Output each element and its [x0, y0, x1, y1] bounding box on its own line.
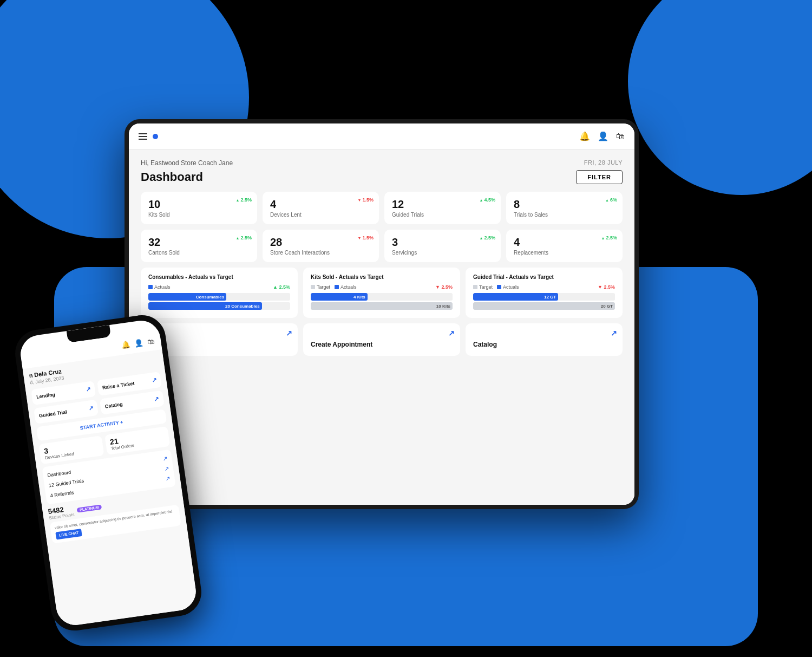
bar-fill-actuals: 4 Kits [311, 293, 368, 301]
stat-change: 4.5% [480, 197, 495, 203]
bottom-card-catalog[interactable]: ↗ Catalog [466, 323, 623, 356]
stat-label: Kits Sold [148, 212, 250, 218]
filter-button[interactable]: FILTER [576, 170, 623, 184]
bar-bg: 4 Kits [311, 293, 453, 301]
tablet-screen: 🔔 👤 🛍 Hi, Eastwood Store Coach Jane FRI,… [129, 123, 634, 505]
bar-fill-target: 20 GT [473, 302, 615, 310]
stat-value: 4 [270, 198, 371, 211]
bottom-card-create-appointment[interactable]: ↗ Create Appointment [303, 323, 460, 356]
link-arrow-icon: ↗ [611, 329, 617, 337]
chart-consumables: Consumables - Actuals vs Target Actuals … [141, 268, 298, 318]
legend-target: Target [311, 284, 330, 290]
dashboard-title: Dashboard [141, 170, 203, 184]
bar-row-2: 20 Consumables [148, 302, 290, 310]
phone-bag-icon[interactable]: 🛍 [147, 336, 155, 346]
legend-actuals: Actuals [335, 284, 357, 290]
tablet-topbar: 🔔 👤 🛍 [129, 123, 634, 149]
tablet-topbar-right: 🔔 👤 🛍 [579, 131, 625, 141]
chart-title: Consumables - Actuals vs Target [148, 274, 290, 280]
bar-bg: Consumables [148, 293, 290, 301]
stat-label: Replacements [514, 250, 615, 256]
phone-user-icon[interactable]: 👤 [134, 338, 143, 347]
create-appointment-label: Create Appointment [311, 341, 372, 348]
bg-circle-right [628, 0, 812, 195]
stats-grid-row2: 32 Cartons Sold 2.5% 28 Store Coach Inte… [141, 230, 623, 262]
bar-fill-actuals: 12 GT [473, 293, 558, 301]
stat-value: 10 [148, 198, 250, 211]
date-text: FRI, 28 JULY [584, 159, 623, 166]
stat-card-guided-trials: 12 Guided Trials 4.5% [384, 192, 501, 224]
chart-change: ▼ 2.5% [435, 284, 453, 290]
stat-value: 4 [514, 236, 615, 249]
chart-kits-sold: Kits Sold - Actuals vs Target Target Act… [303, 268, 460, 318]
bell-icon[interactable]: 🔔 [579, 131, 590, 141]
stat-value: 3 [392, 236, 493, 249]
user-icon[interactable]: 👤 [598, 131, 608, 141]
bar-bg-2: 20 Consumables [148, 302, 290, 310]
bar-row: Consumables [148, 293, 290, 301]
bottom-row: ↗ ↗ Create Appointment ↗ Catalog [141, 323, 623, 356]
bar-container: Consumables 20 Consumables [148, 293, 290, 310]
stat-card-servicings: 3 Servicings 2.5% [384, 230, 501, 262]
tablet-topbar-left [139, 133, 158, 140]
arrow-icon: ↗ [151, 376, 157, 384]
legend-dot-blue [335, 285, 339, 289]
live-chat-button[interactable]: LIVE CHAT [55, 529, 82, 539]
bar-container: 12 GT 20 GT [473, 293, 615, 310]
stat-change: 1.5% [358, 235, 374, 240]
chart-legend: Actuals ▲ 2.5% [148, 284, 290, 290]
stat-card-replacements: 4 Replacements 2.5% [506, 230, 623, 262]
link-arrow-icon: ↗ [448, 329, 455, 337]
stat-change: 2.5% [236, 197, 252, 203]
stat-label: Servicings [392, 250, 493, 256]
legend-dot-gray [311, 285, 315, 289]
stat-change: 2.5% [480, 235, 495, 240]
stat-change: 2.5% [236, 235, 252, 240]
arrow-icon: ↗ [162, 455, 168, 463]
legend-actuals: Actuals [148, 284, 171, 290]
link-arrow-icon[interactable]: ↗ [286, 329, 292, 337]
arrow-icon: ↗ [88, 405, 94, 412]
menu-icon[interactable] [139, 133, 147, 140]
stat-label: Store Coach Interactions [270, 250, 371, 256]
stat-label: Guided Trials [392, 212, 493, 218]
platinum-badge: PLATINUM [77, 504, 102, 512]
greeting-text: Hi, Eastwood Store Coach Jane [141, 159, 233, 167]
phone-bell-icon[interactable]: 🔔 [121, 340, 130, 349]
bar-row-target: 10 Kits [311, 302, 453, 310]
stat-change: 6% [605, 197, 617, 203]
stat-change: 1.5% [358, 197, 374, 203]
bar-row-actuals: 12 GT [473, 293, 615, 301]
stat-value: 32 [148, 236, 250, 249]
chart-change: ▲ 2.5% [273, 284, 290, 290]
stat-label: Devices Lent [270, 212, 371, 218]
stat-value: 8 [514, 198, 615, 211]
stat-card-kits-sold: 10 Kits Sold 2.5% [141, 192, 257, 224]
stat-change: 2.5% [601, 235, 617, 240]
bar-bg-target: 10 Kits [311, 302, 453, 310]
stat-card-cartons-sold: 32 Cartons Sold 2.5% [141, 230, 257, 262]
bar-fill-2: 20 Consumables [148, 302, 262, 310]
stats-grid-row1: 10 Kits Sold 2.5% 4 Devices Lent 1.5% 12… [141, 192, 623, 224]
tablet: 🔔 👤 🛍 Hi, Eastwood Store Coach Jane FRI,… [125, 119, 639, 509]
status-dot [153, 134, 158, 139]
charts-row: Consumables - Actuals vs Target Actuals … [141, 268, 623, 318]
chart-title: Guided Trial - Actuals vs Target [473, 274, 615, 280]
bar-bg-target: 20 GT [473, 302, 615, 310]
arrow-icon: ↗ [85, 386, 91, 393]
stat-value: 12 [392, 198, 493, 211]
bar-row-actuals: 4 Kits [311, 293, 453, 301]
chart-change: ▼ 2.5% [598, 284, 615, 290]
stat-value: 28 [270, 236, 371, 249]
bag-icon[interactable]: 🛍 [616, 132, 625, 141]
legend-dot-gray [473, 285, 477, 289]
chart-title: Kits Sold - Actuals vs Target [311, 274, 453, 280]
arrow-icon: ↗ [165, 475, 171, 483]
arrow-icon: ↗ [163, 465, 169, 472]
stat-label: Trials to Sales [514, 212, 615, 218]
legend-dot-blue [497, 285, 501, 289]
bar-fill: Consumables [148, 293, 226, 301]
legend-target: Target [473, 284, 493, 290]
stat-label: Cartons Sold [148, 250, 250, 256]
chart-legend: Target Actuals ▼ 2.5% [311, 284, 453, 290]
